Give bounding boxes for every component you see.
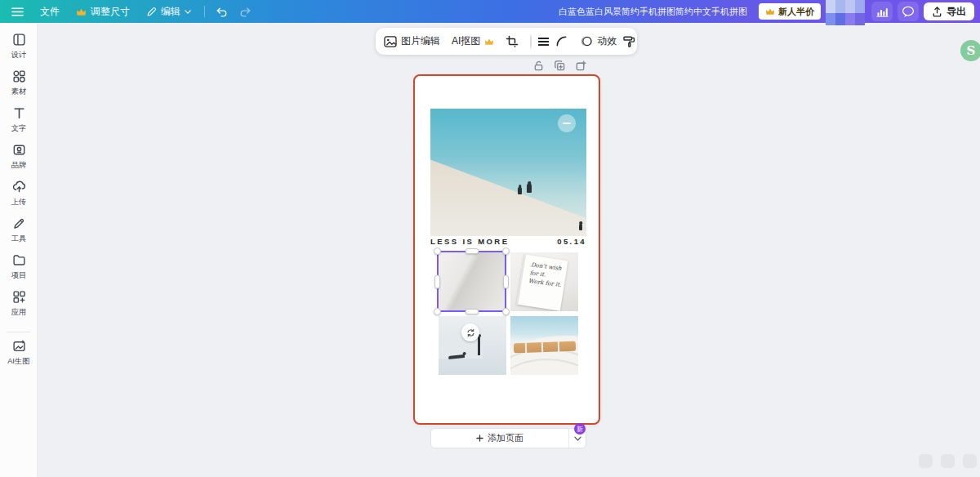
export-icon [932,6,942,17]
main-menu-button[interactable] [10,0,32,23]
selection-handle-w[interactable] [434,274,440,288]
sidebar-label: 工具 [11,234,26,244]
sidebar-label: 项目 [11,270,26,281]
stroke-color-swatch[interactable] [530,34,532,49]
faded-control-button[interactable] [963,454,977,468]
sidebar-label: 应用 [11,307,26,318]
red-slash [530,34,532,47]
faded-control-button[interactable] [919,454,933,468]
sidebar-label: 上传 [11,197,26,207]
sidebar-item-upload[interactable]: 上传 [0,180,38,216]
sidebar-label: 文字 [11,123,26,134]
caption-right-text[interactable]: 05.14 [557,237,586,246]
handwritten-card: Don't wish for it. Work for it. [516,254,568,311]
motion-label: 动效 [597,34,617,48]
crown-icon [484,38,494,46]
chevron-down-icon [574,436,581,441]
selection-handle-s[interactable] [465,309,479,314]
design-icon [12,33,26,47]
edit-menu-button[interactable]: 编辑 [138,0,199,23]
sidebar-label: 设计 [11,50,26,60]
rotate-handle[interactable] [461,323,479,341]
arc-icon [555,35,568,47]
shapes-icon [12,69,26,83]
sky-photo[interactable] [430,109,586,236]
sidebar-item-apps[interactable]: 应用 [0,290,38,327]
add-page-icon [575,60,587,72]
feedback-button[interactable] [898,2,919,21]
stroke-lines-icon [537,37,550,47]
sidebar-item-assets[interactable]: 素材 [0,69,38,106]
context-toolbar: 图片编辑 AI抠图 动效 [376,28,637,55]
grid-photo-architecture[interactable] [510,316,578,375]
sidebar-item-tools[interactable]: 工具 [0,216,38,253]
sidebar-label: 品牌 [11,160,26,171]
resize-label: 调整尺寸 [91,5,130,19]
collaborator-avatars[interactable] [826,0,865,25]
avatar [826,0,835,13]
left-sidebar: 设计 素材 文字 品牌 上传 工具 项目 应用 [0,23,38,477]
sidebar-item-ai-image[interactable]: AI生图 [0,339,38,376]
ai-cutout-label: AI抠图 [452,34,480,48]
document-title[interactable]: 白蓝色蓝白风景简约手机拼图简约中文手机拼图 [559,6,747,18]
watermark-badge [558,114,576,132]
stats-button[interactable] [871,2,893,21]
brand-kit-icon [12,143,26,157]
selection-handle-ne[interactable] [502,247,510,255]
undo-button[interactable] [210,0,234,23]
pencil-icon [146,7,157,17]
promo-button[interactable]: 新人半价 [759,3,821,20]
add-page-icon-button[interactable] [574,59,588,73]
floating-logo-badge[interactable]: S [960,40,980,61]
export-button[interactable]: 导出 [924,2,974,20]
avatar [855,0,865,13]
format-painter-button[interactable] [622,35,635,48]
motion-button[interactable]: 动效 [579,34,617,48]
stroke-width-button[interactable] [537,37,550,47]
cloud-upload-icon [12,180,26,194]
faded-control-button[interactable] [941,454,955,468]
selection-box[interactable] [437,251,506,312]
top-bar: 文件 调整尺寸 编辑 白蓝色蓝白风景简约手机拼图简约中文手机拼图 新人半价 [0,0,980,23]
chevron-down-icon [185,10,191,14]
image-icon [384,36,397,47]
crouching-person [448,354,465,359]
resize-button[interactable]: 调整尺寸 [68,0,138,23]
image-edit-button[interactable]: 图片编辑 [384,34,440,48]
file-menu-button[interactable]: 文件 [32,0,68,23]
lock-page-button[interactable] [532,59,546,73]
caption-row[interactable]: LESS IS MORE 05.14 [430,237,586,246]
redo-button[interactable] [234,0,257,23]
duplicate-page-button[interactable] [553,59,567,73]
avatar [845,0,855,13]
new-feature-badge: 新 [574,423,586,435]
apps-grid-icon [12,290,26,304]
crop-icon [506,35,519,48]
pen-icon [12,216,26,230]
add-page-bar: 添加页面 [430,428,586,448]
grid-photo-note[interactable]: Don't wish for it. Work for it. [510,252,578,311]
avatar [826,13,835,26]
selection-handle-nw[interactable] [434,247,441,255]
selection-handle-n[interactable] [465,248,479,254]
artboard-page[interactable]: LESS IS MORE 05.14 Don't wish for it. Wo… [413,74,600,425]
selection-handle-sw[interactable] [434,308,441,315]
add-page-button[interactable]: 添加页面 [431,429,568,448]
new-badge-text: 新 [577,425,583,434]
promo-label: 新人半价 [778,6,814,18]
crop-button[interactable] [506,35,519,48]
caption-left-text[interactable]: LESS IS MORE [430,237,509,246]
selection-handle-e[interactable] [503,274,509,288]
selection-handle-se[interactable] [502,308,510,315]
plus-icon [476,435,483,442]
edit-label: 编辑 [161,5,180,19]
sidebar-label: 素材 [11,87,26,97]
ai-cutout-button[interactable]: AI抠图 [452,34,494,48]
sidebar-item-text[interactable]: 文字 [0,106,38,143]
hamburger-icon [11,7,24,16]
sidebar-item-brand[interactable]: 品牌 [0,143,38,180]
sidebar-item-projects[interactable]: 项目 [0,253,38,290]
sidebar-item-design[interactable]: 设计 [0,33,38,69]
corner-radius-button[interactable] [555,35,568,47]
standing-person [478,337,480,355]
